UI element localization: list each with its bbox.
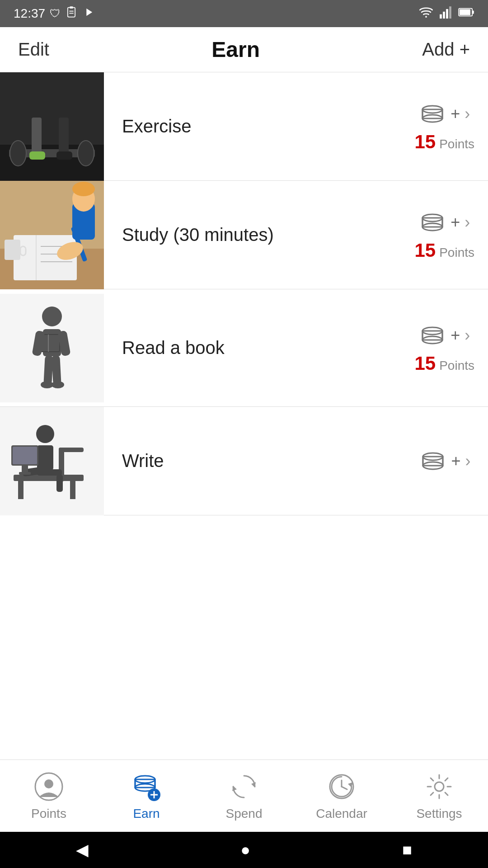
svg-line-102 <box>431 778 433 781</box>
time-display: 12:37 <box>14 6 45 21</box>
svg-point-5 <box>425 16 427 18</box>
coin-icon <box>419 100 446 127</box>
svg-point-54 <box>41 381 53 388</box>
list-item[interactable]: Exercise + › 15 Points <box>0 72 488 181</box>
svg-rect-52 <box>43 355 53 385</box>
system-nav-bar: ◀ ● ■ <box>0 832 488 868</box>
svg-point-16 <box>10 141 26 166</box>
study-coin-row: + › <box>419 209 470 236</box>
svg-rect-20 <box>29 151 45 160</box>
svg-rect-1 <box>70 6 73 9</box>
calendar-nav-label: Calendar <box>316 807 367 821</box>
points-nav-label: Points <box>31 807 66 821</box>
nav-item-spend[interactable]: Spend <box>195 771 293 821</box>
chevron-right-icon: › <box>465 326 470 345</box>
svg-rect-19 <box>59 118 69 154</box>
svg-rect-0 <box>68 7 75 17</box>
exercise-points-area: + › 15 Points <box>414 100 488 153</box>
study-points-row: 15 Points <box>414 240 474 261</box>
write-points-area: + › <box>416 448 488 475</box>
exercise-label: Exercise <box>104 116 414 137</box>
nav-item-settings[interactable]: Settings <box>390 771 488 821</box>
add-button[interactable]: Add + <box>422 39 470 60</box>
list-item[interactable]: Read a book + › 15 Points <box>0 289 488 407</box>
plus-icon: + <box>450 326 460 345</box>
page-title: Earn <box>211 37 260 62</box>
study-points-number: 15 <box>414 240 436 261</box>
coin-icon <box>419 448 446 475</box>
top-bar: Edit Earn Add + <box>0 27 488 72</box>
svg-rect-53 <box>52 355 61 385</box>
read-coin-row: + › <box>419 322 470 349</box>
read-points-label: Points <box>439 359 474 373</box>
svg-point-97 <box>435 782 444 791</box>
list-item[interactable]: Study (30 minutes) + › 15 Points <box>0 181 488 289</box>
person-book-icon <box>18 303 86 393</box>
write-icon-placeholder <box>0 407 104 515</box>
play-icon <box>82 6 95 22</box>
svg-rect-6 <box>440 14 442 18</box>
battery-icon <box>458 6 474 22</box>
exercise-points-number: 15 <box>414 131 436 153</box>
study-points-label: Points <box>439 245 474 260</box>
exercise-points-row: 15 Points <box>414 131 474 153</box>
coin-icon <box>419 322 446 349</box>
svg-rect-77 <box>423 457 443 466</box>
svg-point-55 <box>52 381 64 388</box>
svg-rect-36 <box>5 240 20 260</box>
svg-rect-7 <box>443 11 445 18</box>
svg-rect-12 <box>472 10 474 14</box>
points-nav-icon <box>33 771 65 803</box>
status-left: 12:37 🛡 <box>14 6 95 22</box>
svg-rect-21 <box>56 151 72 160</box>
write-coin-row: + › <box>419 448 470 475</box>
clipboard-icon <box>65 6 78 22</box>
person-write-icon <box>9 420 95 502</box>
svg-rect-62 <box>18 481 23 499</box>
svg-rect-8 <box>446 9 448 19</box>
spend-nav-label: Spend <box>226 807 263 821</box>
svg-rect-9 <box>449 6 451 19</box>
study-label: Study (30 minutes) <box>104 225 414 245</box>
coin-icon <box>419 209 446 236</box>
recent-button[interactable]: ■ <box>402 840 412 859</box>
read-points-area: + › 15 Points <box>414 322 488 374</box>
svg-rect-23 <box>422 109 442 118</box>
write-label: Write <box>104 451 416 471</box>
settings-nav-label: Settings <box>416 807 462 821</box>
home-button[interactable]: ● <box>240 840 250 859</box>
nav-item-calendar[interactable]: Calendar <box>293 771 390 821</box>
svg-rect-42 <box>422 218 442 227</box>
earn-list: Exercise + › 15 Points <box>0 72 488 760</box>
wifi-icon <box>419 6 433 22</box>
plus-icon: + <box>450 213 460 232</box>
read-points-row: 15 Points <box>414 353 474 374</box>
back-button[interactable]: ◀ <box>76 840 89 859</box>
list-item[interactable]: Write + › <box>0 407 488 515</box>
svg-rect-69 <box>56 475 63 492</box>
svg-rect-65 <box>59 448 84 452</box>
read-points-number: 15 <box>414 353 436 374</box>
plus-icon: + <box>451 452 460 471</box>
nav-item-points[interactable]: Points <box>0 771 98 821</box>
svg-rect-75 <box>13 447 37 464</box>
edit-button[interactable]: Edit <box>18 39 49 60</box>
exercise-image <box>0 72 104 181</box>
nav-item-earn[interactable]: Earn <box>98 771 195 821</box>
read-label: Read a book <box>104 338 414 358</box>
svg-point-46 <box>42 307 62 326</box>
study-points-area: + › 15 Points <box>414 209 488 261</box>
svg-marker-4 <box>86 8 92 15</box>
status-right <box>419 6 474 22</box>
plus-icon: + <box>450 104 460 123</box>
chevron-right-icon: › <box>465 104 470 123</box>
svg-rect-57 <box>422 331 442 340</box>
svg-point-40 <box>72 182 95 196</box>
study-image <box>0 181 104 289</box>
svg-line-96 <box>342 787 347 789</box>
svg-rect-11 <box>460 9 470 15</box>
chevron-right-icon: › <box>465 213 470 232</box>
svg-rect-73 <box>22 466 28 472</box>
shield-icon: 🛡 <box>50 7 61 20</box>
settings-nav-icon <box>423 771 455 803</box>
